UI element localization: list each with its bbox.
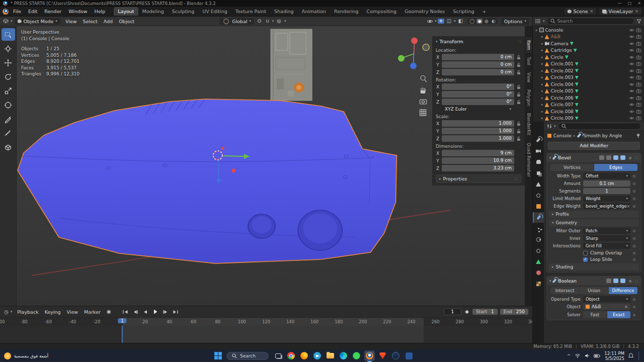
lock-icon[interactable] [516,84,521,89]
hide-viewport-icon[interactable] [629,35,634,39]
next-keyframe-button[interactable] [162,308,170,316]
disable-render-icon[interactable] [636,28,641,32]
battery-icon[interactable] [594,354,600,358]
value-field[interactable]: 0° [442,99,514,105]
boolean-operation-button[interactable]: Difference [609,287,637,294]
hide-viewport-icon[interactable] [629,28,634,32]
properties-tab-view-layer[interactable] [533,168,544,178]
console-object[interactable] [18,99,396,263]
close-button[interactable]: × [637,1,641,6]
hide-viewport-icon[interactable] [629,89,634,93]
expand-icon[interactable]: ▸ [541,62,543,66]
outliner-row[interactable]: ▸ Circle.003 [533,74,644,81]
workspace-tab[interactable]: Geometry Nodes [400,7,449,16]
visibility-icon[interactable] [427,19,433,24]
boolean-object-field[interactable]: A&B × [583,304,630,310]
axis-z-ball[interactable] [410,63,417,69]
boolean-operation-button[interactable]: Union [580,287,608,294]
properties-tab-texture[interactable] [533,279,544,289]
disable-render-icon[interactable] [636,89,641,93]
proportional-editing-icon[interactable]: ◎ [276,19,282,24]
cage-toggle-icon[interactable] [606,155,611,160]
breadcrumb-item[interactable]: Smooth by Angle [583,133,622,138]
taskbar-clock[interactable]: 12:11 PM 5/5/2025 [604,351,624,361]
shading-wireframe-icon[interactable]: ◯ [468,19,475,24]
animate-dot-icon[interactable] [633,258,635,261]
bevel-header[interactable]: ▾ Bevel × ∷ [547,153,641,162]
value-field[interactable]: 10.9 cm [442,157,514,164]
show-desktop-button[interactable] [638,351,640,360]
disable-render-icon[interactable] [636,103,641,107]
edit-mode-toggle-icon[interactable] [606,279,611,283]
close-icon[interactable]: × [627,155,633,160]
lock-icon[interactable] [516,136,521,141]
keying-set-icon[interactable]: ◆ [464,309,470,314]
unlink-scene-icon[interactable]: × [590,9,594,14]
overlays-icon[interactable]: ◫ [446,19,452,24]
select-box-tool[interactable] [2,28,15,41]
start-button[interactable] [214,351,222,360]
npanel-tab[interactable]: Item [526,37,532,53]
disable-render-icon[interactable] [636,42,641,46]
properties-tab-tool[interactable] [533,135,544,145]
shading-material-icon[interactable]: ◍ [484,19,490,24]
animate-dot-icon[interactable] [633,183,635,185]
current-frame-field[interactable]: 1 [444,308,462,315]
drag-grip-icon[interactable]: ∷ [635,279,638,284]
disable-render-icon[interactable] [636,35,641,39]
properties-tab-constraints[interactable] [533,245,544,256]
add-cube-tool[interactable] [2,141,15,153]
jump-to-start-button[interactable] [121,308,130,316]
camera-view-icon[interactable] [420,100,427,104]
menu-item[interactable]: View [62,18,80,25]
properties-tab-particles[interactable] [533,223,544,234]
timeline-ruler[interactable]: -100-80-60-40-20020406080100120140160180… [0,317,532,326]
menu-item[interactable]: Window [65,8,91,15]
add-workspace-button[interactable]: + [479,9,490,14]
disable-render-icon[interactable] [636,69,641,73]
lock-icon[interactable] [516,70,521,75]
playhead-line[interactable] [122,326,123,343]
disable-render-icon[interactable] [636,82,641,86]
transform-tool[interactable] [2,99,15,111]
workspace-tab[interactable]: Layout [114,7,138,16]
outliner-row[interactable]: ▸ Cartridge [533,47,644,54]
3d-viewport[interactable]: User Perspective (1) Console | Console O… [17,26,525,306]
properties-tab-output[interactable] [533,157,544,167]
axis-y-ball[interactable] [398,55,405,62]
hide-viewport-icon[interactable] [629,55,634,59]
boolean-operation-button[interactable]: Intersect [550,287,579,294]
menu-item[interactable]: View [64,309,82,315]
menu-item[interactable]: File [10,8,25,15]
menu-item[interactable]: Playback [14,309,41,315]
taskbar-app-blender[interactable] [364,350,375,361]
clear-icon[interactable]: × [627,204,630,209]
taskbar-app-task-view[interactable] [273,350,283,361]
taskbar-search[interactable]: Search [226,352,269,360]
timeline-track[interactable] [0,326,532,343]
outliner-row[interactable]: ▸ Circle.007 [533,102,644,109]
expand-icon[interactable]: ▸ [541,96,543,100]
weather-widget[interactable]: أشعة فوق بنفسجية [4,352,85,359]
modifier-name[interactable]: Bevel [558,155,571,160]
animate-dot-icon[interactable] [633,298,635,301]
width-type-dropdown[interactable]: Offset▾ [583,173,630,179]
disable-render-icon[interactable] [636,110,641,114]
intersections-dropdown[interactable]: Grid Fill▾ [583,243,630,249]
expand-icon[interactable]: ▸ [541,48,543,52]
properties-subpanel[interactable]: ▸ Properties ∷ [436,174,521,183]
pin-icon[interactable] [636,133,640,138]
value-field[interactable]: 3.23 cm [442,165,514,171]
lock-icon[interactable] [516,92,521,97]
blender-menu-icon[interactable] [3,9,9,15]
maximize-button[interactable]: □ [628,1,632,6]
move-tool[interactable] [2,56,15,69]
navigation-gizmo[interactable] [398,38,429,69]
value-field[interactable]: 0° [442,91,514,98]
value-field[interactable]: 9 cm [442,150,514,156]
npanel-tab[interactable]: Quad Remesher [526,140,532,180]
properties-tab-object-data[interactable] [533,256,544,267]
miter-inner-dropdown[interactable]: Sharp▾ [583,235,630,241]
disable-render-icon[interactable] [636,116,641,120]
hide-viewport-icon[interactable] [629,48,634,52]
